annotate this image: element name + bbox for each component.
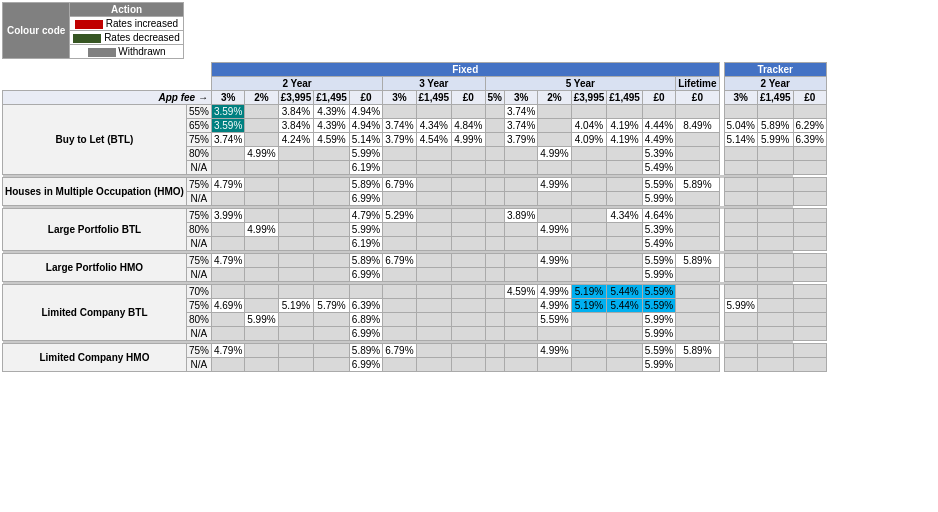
- lpbtl-75-2y-2pct: [245, 209, 278, 223]
- lcbtl-80-t2y-3pct: [724, 313, 757, 327]
- lcbtl-na-2y-2pct: [245, 327, 278, 341]
- hmo-na-5y-2pct: [538, 192, 571, 206]
- btl-65-t2y-1495: 5.89%: [757, 119, 793, 133]
- lcbtl-70-2y-0: [349, 285, 382, 299]
- hmo-75-3y-3pct: 6.79%: [383, 178, 416, 192]
- btl-na-5y-1495: [607, 161, 643, 175]
- btl-na-5y-3995: [571, 161, 607, 175]
- lpbtl-75-3y-0: [452, 209, 485, 223]
- lphmo-75-5y-3995: [571, 254, 607, 268]
- lpbtl-na-5y-2pct: [538, 237, 571, 251]
- lchmo-na-5y-3995: [571, 358, 607, 372]
- lcbtl-80-5y-5pct: [485, 313, 504, 327]
- col-t2y-0: £0: [793, 91, 826, 105]
- lchmo-75-row: Limited Company HMO 75% 4.79% 5.89% 6.79…: [3, 344, 827, 358]
- lphmo-75-t2y-0: [793, 254, 826, 268]
- btl-55-3y-3pct: [383, 105, 416, 119]
- lchmo-na-2y-2pct: [245, 358, 278, 372]
- lphmo-75-5y-5pct: [485, 254, 504, 268]
- hmo-na-3y-1495: [416, 192, 452, 206]
- lpbtl-80-5y-3995: [571, 223, 607, 237]
- lcbtl-80-2y-3pct: [211, 313, 244, 327]
- lphmo-na-5y-1495: [607, 268, 643, 282]
- btl-75-t2y-0: 6.39%: [793, 133, 826, 147]
- lphmo-na-5y-3995: [571, 268, 607, 282]
- btl-80-2y-3pct: [211, 147, 244, 161]
- withdrawn-swatch: [88, 48, 116, 57]
- lcbtl-70-5y-3995: 5.19%: [571, 285, 607, 299]
- hmo-na-2y-2pct: [245, 192, 278, 206]
- btl-80-ltv: 80%: [186, 147, 211, 161]
- lpbtl-80-3y-0: [452, 223, 485, 237]
- lcbtl-na-2y-1495: [314, 327, 350, 341]
- btl-na-5y-0: 5.49%: [642, 161, 675, 175]
- hmo-na-ltv: N/A: [186, 192, 211, 206]
- lchmo-na-3y-3pct: [383, 358, 416, 372]
- btl-80-5y-0: 5.39%: [642, 147, 675, 161]
- btl-65-3y-0: 4.84%: [452, 119, 485, 133]
- hmo-75-2y-3995: [278, 178, 314, 192]
- lcbtl-70-t2y-3pct: [724, 285, 757, 299]
- btl-75-5y-2pct: [538, 133, 571, 147]
- col-5y-3pct: 3%: [504, 91, 537, 105]
- lchmo-na-2y-3pct: [211, 358, 244, 372]
- lcbtl-70-5y-0: 5.59%: [642, 285, 675, 299]
- lcbtl-80-5y-1495: [607, 313, 643, 327]
- lpbtl-na-3y-1495: [416, 237, 452, 251]
- lphmo-na-2y-3pct: [211, 268, 244, 282]
- lpbtl-75-t2y-3pct: [724, 209, 757, 223]
- lpbtl-75-2y-1495: [314, 209, 350, 223]
- col-5y-5pct: 5%: [485, 91, 504, 105]
- lpbtl-na-2y-0: 6.19%: [349, 237, 382, 251]
- action-header: Action: [70, 3, 183, 17]
- lcbtl-na-2y-0: 6.99%: [349, 327, 382, 341]
- btl-na-ltv: N/A: [186, 161, 211, 175]
- lpbtl-na-2y-2pct: [245, 237, 278, 251]
- lcbtl-na-2y-3pct: [211, 327, 244, 341]
- hmo-75-2y-0: 5.89%: [349, 178, 382, 192]
- lpbtl-na-2y-1495: [314, 237, 350, 251]
- hmo-na-5y-3pct: [504, 192, 537, 206]
- lphmo-na-3y-3pct: [383, 268, 416, 282]
- btl-80-5y-3995: [571, 147, 607, 161]
- btl-55-3y-0: [452, 105, 485, 119]
- lcbtl-na-3y-1495: [416, 327, 452, 341]
- btl-55-5y-5pct: [485, 105, 504, 119]
- hmo-na-2y-0: 6.99%: [349, 192, 382, 206]
- lpbtl-na-5y-3995: [571, 237, 607, 251]
- lphmo-75-lt-0: 5.89%: [676, 254, 719, 268]
- lpbtl-75-5y-5pct: [485, 209, 504, 223]
- lpbtl-na-t2y-3pct: [724, 237, 757, 251]
- lchmo-75-3y-3pct: 6.79%: [383, 344, 416, 358]
- lphmo-na-2y-1495: [314, 268, 350, 282]
- lpbtl-na-5y-3pct: [504, 237, 537, 251]
- lpbtl-75-5y-3995: [571, 209, 607, 223]
- hmo-na-t2y-0: [793, 192, 826, 206]
- lphmo-75-2y-1495: [314, 254, 350, 268]
- btl-75-3y-3pct: 3.79%: [383, 133, 416, 147]
- lchmo-75-5y-0: 5.59%: [642, 344, 675, 358]
- lchmo-na-t2y-0: [793, 358, 826, 372]
- lpbtl-80-2y-3pct: [211, 223, 244, 237]
- btl-65-3y-1495: 4.34%: [416, 119, 452, 133]
- hmo-na-3y-3pct: [383, 192, 416, 206]
- lpbtl-na-3y-0: [452, 237, 485, 251]
- lcbtl-75-5y-3995: 5.19%: [571, 299, 607, 313]
- hmo-na-5y-3995: [571, 192, 607, 206]
- btl-65-5y-1495: 4.19%: [607, 119, 643, 133]
- lchmo-na-5y-2pct: [538, 358, 571, 372]
- lphmo-na-t2y-0: [793, 268, 826, 282]
- lcbtl-na-5y-1495: [607, 327, 643, 341]
- lpbtl-75-2y-3995: [278, 209, 314, 223]
- lcbtl-75-t2y-3pct: 5.99%: [724, 299, 757, 313]
- lcbtl-na-3y-3pct: [383, 327, 416, 341]
- btl-na-5y-3pct: [504, 161, 537, 175]
- btl-75-t2y-1495: 5.99%: [757, 133, 793, 147]
- btl-na-t2y-0: [793, 161, 826, 175]
- btl-na-3y-1495: [416, 161, 452, 175]
- col-2y-0: £0: [349, 91, 382, 105]
- lpbtl-75-5y-0: 4.64%: [642, 209, 675, 223]
- lphmo-75-2y-3995: [278, 254, 314, 268]
- lchmo-75-5y-2pct: 4.99%: [538, 344, 571, 358]
- col-2y-2pct: 2%: [245, 91, 278, 105]
